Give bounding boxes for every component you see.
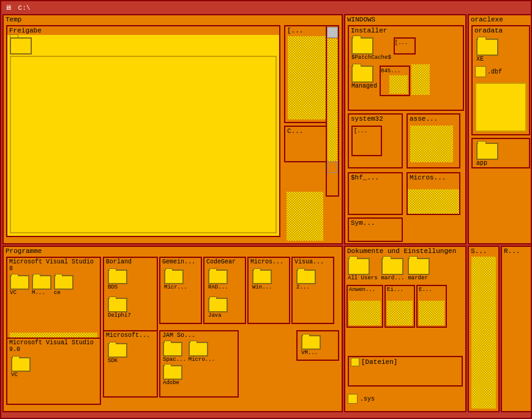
- e-hatch: [419, 301, 444, 325]
- patch-cache-label: $PatchCache$: [351, 55, 391, 61]
- temp-scrollbar[interactable]: [326, 25, 339, 197]
- micr-folder[interactable]: Micr...: [162, 267, 190, 293]
- scrollbar-thumb[interactable]: [327, 27, 338, 38]
- installer-row2: Managed 845...: [349, 63, 463, 99]
- dbf-icon: [475, 66, 486, 77]
- shf-title: $hf_...: [349, 173, 402, 182]
- vm-label: VM...: [301, 350, 318, 356]
- jam-items: Spac... Micro... Adobe: [160, 339, 238, 388]
- window-icon: 🖥: [5, 4, 12, 12]
- vc9-folder[interactable]: VC: [9, 355, 33, 380]
- app-folder[interactable]: app: [474, 140, 501, 169]
- temp-bracket-content: [288, 36, 329, 119]
- system32-bracket: [...: [351, 126, 382, 156]
- xe-folder[interactable]: XE: [476, 39, 498, 62]
- scrollbar-track: [328, 39, 337, 161]
- s-panel: S...: [468, 246, 500, 412]
- windows-panel: WINDOWS Installer $PatchCache$ [...: [344, 14, 466, 244]
- adobe-folder[interactable]: Adobe: [163, 365, 182, 386]
- installer-panel: Installer $PatchCache$ [...: [348, 25, 464, 111]
- vs8-title: Microsoft Visual Studio 8: [7, 258, 100, 273]
- delphi-folder[interactable]: Delphi7: [105, 295, 133, 321]
- win-folder[interactable]: Win...: [250, 267, 274, 293]
- sys-item[interactable]: .sys: [348, 389, 375, 409]
- system32-panel: system32 [...: [348, 113, 403, 168]
- installer-bracket: [...: [394, 37, 416, 55]
- patch-cache-folder[interactable]: $PatchCache$: [351, 37, 391, 61]
- dokumente-title: Dokumente und Einstellungen: [345, 247, 465, 255]
- programme-panel: Programme Microsoft Visual Studio 8 VC M…: [2, 246, 343, 412]
- shf-panel: $hf_...: [348, 172, 403, 215]
- temp-title: Temp: [4, 15, 342, 24]
- sdk-folder[interactable]: SDK: [105, 341, 130, 366]
- oraclexe-panel: oraclexe oradata XE .dbf: [468, 14, 532, 244]
- installer-title: Installer: [349, 26, 463, 35]
- asse-title: asse...: [408, 115, 459, 123]
- app-panel: app: [471, 138, 530, 168]
- installer-845: 845...: [380, 66, 410, 96]
- bds-folder[interactable]: BDS: [105, 267, 130, 293]
- app-label: app: [476, 160, 487, 167]
- system32-title: system32: [349, 115, 402, 123]
- temp-hatch: [287, 192, 323, 241]
- temp-bracket-label: [...: [285, 26, 332, 35]
- 845-hatch: [389, 75, 408, 94]
- e-panel: E...: [416, 285, 447, 328]
- rad-folder[interactable]: RAD...: [206, 267, 230, 293]
- vs8-items: VC M... ce: [7, 273, 100, 298]
- micros-panel: Micros...: [406, 172, 460, 215]
- sys-label: .sys: [360, 396, 375, 402]
- xe-label: XE: [476, 56, 484, 62]
- vc-folder[interactable]: VC: [10, 275, 29, 296]
- vm-folder[interactable]: VM...: [299, 333, 323, 358]
- installer-hatch: [411, 64, 430, 95]
- all-users-folder[interactable]: All Users: [348, 258, 378, 281]
- main-window: 🖥 C:\ Temp Freigabe .iso: [0, 0, 532, 419]
- sym-panel: Sym...: [348, 217, 403, 242]
- 2-folder[interactable]: 2...: [294, 267, 318, 293]
- microsoft-panel: Microsoft... SDK: [103, 330, 158, 398]
- freigabe-content: [10, 56, 277, 233]
- mard1-folder[interactable]: mard...: [381, 258, 405, 281]
- spac-folder[interactable]: Spac...: [163, 342, 186, 363]
- window-title: C:\: [18, 4, 31, 12]
- installer-items: $PatchCache$ [...: [349, 35, 463, 63]
- anwen-hatch: [349, 301, 381, 325]
- gemein-panel: Gemein... Micr...: [159, 257, 202, 324]
- managed-folder[interactable]: Managed: [351, 66, 377, 96]
- vm-panel: VM...: [296, 330, 339, 361]
- title-bar: 🖥 C:\: [2, 2, 530, 13]
- dateien-icon: [351, 358, 359, 366]
- sym-title: Sym...: [349, 219, 402, 227]
- ce-folder[interactable]: ce: [54, 275, 73, 296]
- asse-hatch: [410, 126, 453, 162]
- gemein-title: Gemein...: [160, 258, 201, 266]
- m-folder[interactable]: M...: [32, 275, 51, 296]
- micros-win-title: Micros...: [249, 258, 289, 266]
- scrollbar-bottom[interactable]: [327, 162, 338, 173]
- oraclexe-title: oraclexe: [469, 15, 531, 24]
- programme-title: Programme: [4, 247, 342, 255]
- dok-row2: Anwen... Ei... E...: [345, 284, 465, 329]
- dbf-item[interactable]: .dbf: [475, 66, 526, 77]
- visua-title: Visua...: [293, 258, 333, 266]
- microsoft-title: Microsoft...: [104, 331, 157, 339]
- oradata-panel: oradata XE .dbf: [471, 25, 530, 135]
- dokumente-panel: Dokumente und Einstellungen All Users ma…: [344, 246, 466, 412]
- r-panel: R...: [501, 246, 532, 412]
- codegear-panel: CodeGear RAD... Java: [203, 257, 246, 324]
- jam-panel: JAM So... Spac... Micro... Adobe: [159, 330, 239, 398]
- micro-folder[interactable]: Micro...: [189, 342, 215, 363]
- marder-folder[interactable]: marder: [408, 258, 430, 281]
- visua-panel: Visua... 2...: [291, 257, 334, 324]
- codegear-title: CodeGear: [204, 258, 245, 266]
- java-folder[interactable]: Java: [206, 295, 230, 321]
- temp-right: [... C...: [284, 25, 339, 165]
- dok-row1: All Users mard... marder: [345, 255, 465, 284]
- oradata-title: oradata: [473, 26, 529, 35]
- micros-win-panel: Micros... Win...: [247, 257, 290, 324]
- freigabe-title: Freigabe: [7, 26, 279, 35]
- r-title: R...: [502, 247, 531, 255]
- jam-title: JAM So...: [160, 331, 238, 339]
- anwen-panel: Anwen...: [347, 285, 383, 328]
